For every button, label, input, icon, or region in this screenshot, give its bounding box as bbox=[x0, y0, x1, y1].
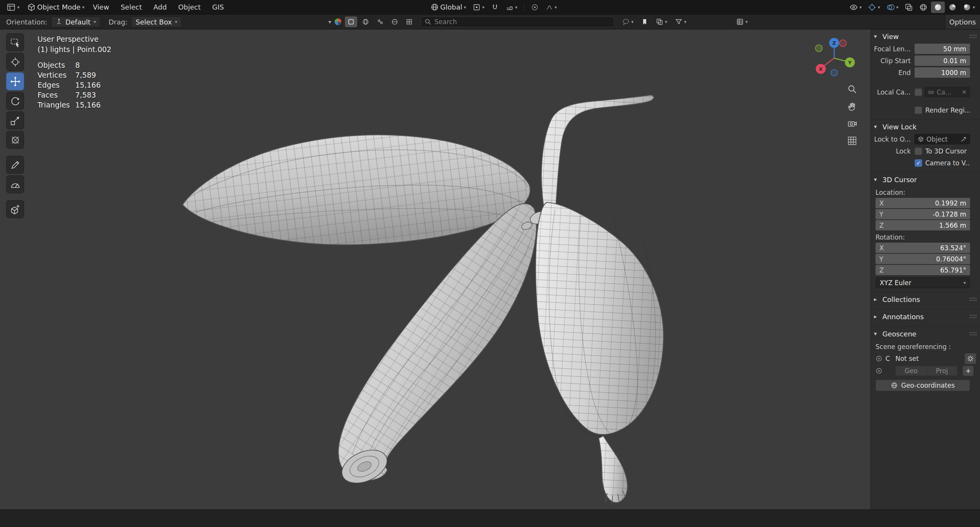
focal-length-label: Focal Len... bbox=[874, 45, 911, 53]
eyedropper-icon[interactable] bbox=[960, 136, 967, 142]
panel-geoscene-header[interactable]: ▾ Geoscene bbox=[871, 327, 980, 341]
orientation-dropdown[interactable]: Default ▾ bbox=[51, 16, 100, 27]
shading-solid-button[interactable] bbox=[931, 2, 945, 13]
tool-scale[interactable] bbox=[6, 111, 24, 129]
geo-button[interactable]: Geo bbox=[896, 366, 926, 375]
cursor-rotation-z[interactable]: Z 65.791° bbox=[875, 265, 970, 275]
menu-add[interactable]: Add bbox=[148, 0, 173, 14]
tool-add-cube[interactable] bbox=[6, 200, 24, 218]
crs-settings-button[interactable] bbox=[965, 353, 976, 364]
panel-view: ▾ View Focal Len... 50 mm Clip Start 0.0… bbox=[871, 29, 980, 119]
lock-to-object-field[interactable]: Object bbox=[915, 134, 970, 144]
shading-wireframe-button[interactable] bbox=[916, 2, 930, 13]
tool-select-box[interactable] bbox=[6, 33, 24, 51]
panel-view-header[interactable]: ▾ View bbox=[871, 29, 980, 43]
local-camera-field[interactable]: Ca... ✕ bbox=[924, 87, 970, 97]
navigation-gizmo[interactable]: Z Y X bbox=[814, 36, 860, 80]
shading-rendered-button[interactable]: ▾ bbox=[960, 2, 978, 13]
filter-dropdown[interactable]: ▾ bbox=[672, 16, 689, 28]
snap-settings-dropdown[interactable]: ▾ bbox=[503, 2, 520, 13]
location-label: Location: bbox=[871, 186, 980, 198]
snap-toggle[interactable] bbox=[488, 2, 501, 13]
falloff-dropdown[interactable]: ▾ bbox=[543, 2, 560, 13]
xray-toggle[interactable] bbox=[902, 2, 916, 13]
cursor-rotation-y[interactable]: Y 0.76004° bbox=[875, 254, 970, 264]
drag-value: Select Box bbox=[136, 18, 172, 26]
cursor-location-z[interactable]: Z 1.566 m bbox=[875, 220, 970, 230]
crs-radio-icon[interactable] bbox=[875, 355, 882, 362]
clear-icon[interactable]: ✕ bbox=[962, 89, 967, 96]
axis-x-ball[interactable]: X bbox=[816, 64, 826, 74]
editor-type-button[interactable]: ▾ bbox=[4, 2, 22, 13]
select-lasso-dropdown[interactable]: ▾ bbox=[619, 16, 636, 28]
panel-view-lock-header[interactable]: ▾ View Lock bbox=[871, 120, 980, 134]
shading-material-button[interactable] bbox=[946, 2, 959, 13]
geo-coordinates-button[interactable]: Geo-coordinates bbox=[875, 380, 970, 391]
overlay-toggle-2[interactable] bbox=[359, 16, 372, 27]
panel-grip[interactable] bbox=[969, 34, 977, 39]
panel-collections-header[interactable]: ▸ Collections bbox=[871, 292, 980, 306]
pivot-point-dropdown[interactable]: ▾ bbox=[470, 2, 487, 13]
mode-selector[interactable]: Object Mode ▾ bbox=[24, 2, 87, 13]
bookmark-button[interactable] bbox=[639, 16, 651, 28]
collapse-chevron-icon[interactable]: ▾ bbox=[328, 19, 331, 24]
overlay-toggle-1[interactable] bbox=[345, 16, 357, 27]
cursor-rotation-x[interactable]: X 63.524° bbox=[875, 243, 970, 253]
focal-length-field[interactable]: 50 mm bbox=[915, 44, 970, 54]
menu-gis[interactable]: GIS bbox=[206, 0, 230, 14]
tool-move[interactable] bbox=[6, 72, 24, 90]
axis-neg-x-ball[interactable] bbox=[840, 40, 846, 47]
pan-button[interactable] bbox=[845, 99, 859, 114]
cursor-location-x[interactable]: X 0.1992 m bbox=[875, 198, 970, 208]
local-camera-checkbox[interactable] bbox=[915, 88, 922, 96]
tool-annotate[interactable] bbox=[6, 156, 24, 174]
wireframe-model[interactable] bbox=[0, 29, 871, 509]
camera-view-button[interactable] bbox=[845, 116, 859, 131]
proj-radio-icon[interactable] bbox=[875, 367, 882, 374]
overlays-dropdown[interactable]: ▾ bbox=[884, 2, 901, 13]
panel-grip[interactable] bbox=[969, 297, 977, 302]
overlay-toggle-5[interactable] bbox=[403, 16, 415, 27]
search-field[interactable] bbox=[421, 16, 614, 27]
rotation-mode-dropdown[interactable]: XYZ Euler ▾ bbox=[875, 277, 970, 288]
viewport-3d[interactable]: User Perspective (1) lights | Point.002 … bbox=[0, 29, 871, 509]
clip-start-field[interactable]: 0.01 m bbox=[915, 55, 970, 66]
add-crs-button[interactable]: + bbox=[963, 366, 973, 376]
proj-button[interactable]: Proj bbox=[926, 366, 957, 375]
axis-y-ball[interactable]: Y bbox=[845, 57, 855, 67]
panel-annotations-header[interactable]: ▸ Annotations bbox=[871, 310, 980, 323]
menu-view[interactable]: View bbox=[87, 0, 115, 14]
grid-view-dropdown[interactable]: ▾ bbox=[733, 16, 750, 28]
menu-object[interactable]: Object bbox=[173, 0, 207, 14]
gizmos-dropdown[interactable]: ▾ bbox=[865, 2, 883, 13]
visibility-dropdown[interactable]: ▾ bbox=[847, 2, 864, 13]
clip-end-field[interactable]: 1000 m bbox=[915, 67, 970, 78]
axis-neg-y-ball[interactable] bbox=[815, 45, 822, 52]
camera-to-view-checkbox[interactable]: ✓ bbox=[915, 159, 922, 167]
axis-neg-z-ball[interactable] bbox=[831, 70, 838, 76]
drag-dropdown[interactable]: Select Box ▾ bbox=[131, 16, 181, 27]
shading-preview-ball-icon[interactable] bbox=[333, 17, 343, 26]
transform-orientation-dropdown[interactable]: Global ▾ bbox=[428, 2, 469, 13]
tool-transform[interactable] bbox=[6, 131, 24, 149]
ortho-toggle-button[interactable] bbox=[845, 134, 859, 148]
layers-dropdown[interactable]: ▾ bbox=[653, 16, 670, 28]
cursor-location-y[interactable]: Y -0.1728 m bbox=[875, 209, 970, 219]
options-button[interactable]: Options bbox=[945, 15, 980, 29]
proportional-edit-toggle[interactable] bbox=[528, 2, 541, 13]
overlay-toggle-4[interactable] bbox=[389, 16, 401, 27]
tool-rotate[interactable] bbox=[6, 92, 24, 110]
menu-select[interactable]: Select bbox=[115, 0, 148, 14]
to-3d-cursor-checkbox[interactable] bbox=[915, 147, 922, 155]
axis-z-ball[interactable]: Z bbox=[829, 38, 839, 48]
tool-cursor[interactable] bbox=[6, 53, 24, 71]
tool-measure[interactable] bbox=[6, 175, 24, 193]
viewport-info-overlay: User Perspective (1) lights | Point.002 … bbox=[38, 34, 111, 110]
render-region-checkbox[interactable] bbox=[915, 106, 922, 114]
search-input[interactable] bbox=[434, 18, 610, 26]
panel-grip[interactable] bbox=[969, 331, 977, 336]
panel-3d-cursor-header[interactable]: ▾ 3D Cursor bbox=[871, 173, 980, 186]
zoom-button[interactable] bbox=[845, 82, 859, 96]
overlay-toggle-3[interactable] bbox=[374, 16, 386, 27]
panel-grip[interactable] bbox=[969, 314, 977, 319]
